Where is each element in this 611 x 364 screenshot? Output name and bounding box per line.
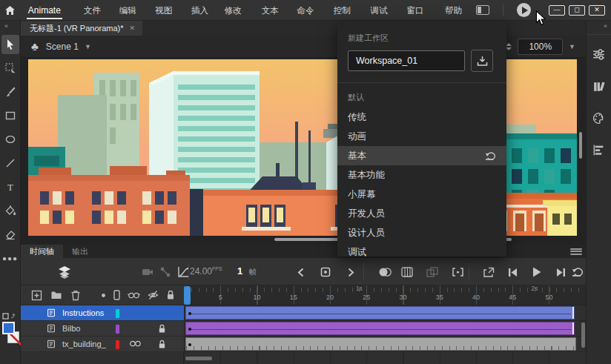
- onion-skin-outline-icon[interactable]: [400, 265, 414, 279]
- save-workspace-button[interactable]: [471, 50, 493, 72]
- color-panel-icon[interactable]: [592, 112, 605, 125]
- eraser-tool[interactable]: [1, 225, 19, 244]
- onion-skin-icon[interactable]: [378, 265, 392, 279]
- layer-row-bilbo[interactable]: Bilbo: [21, 321, 184, 337]
- menu-item[interactable]: 文本(T): [257, 0, 292, 21]
- scene-name[interactable]: Scene 1: [46, 42, 79, 52]
- hide-all-layers-icon[interactable]: [148, 290, 159, 300]
- swap-colors-icon[interactable]: [2, 311, 17, 320]
- previous-frame-icon[interactable]: [294, 265, 307, 279]
- step-back-icon[interactable]: [506, 265, 519, 279]
- workspace-item[interactable]: 传统: [337, 107, 506, 127]
- minimize-button[interactable]: —: [549, 5, 565, 16]
- advanced-layer-icon[interactable]: [129, 339, 142, 348]
- zoom-stepper[interactable]: [506, 43, 512, 50]
- layer-color-swatch[interactable]: [116, 309, 119, 318]
- frame-span-row-bilbo[interactable]: [184, 321, 586, 337]
- tab-timeline[interactable]: 时间轴: [21, 245, 63, 258]
- insert-keyframe-icon[interactable]: [319, 265, 332, 279]
- library-panel-icon[interactable]: [592, 80, 605, 93]
- workspace-item[interactable]: 调试: [337, 242, 506, 262]
- frames-vertical-scrollbar[interactable]: [581, 322, 585, 348]
- tab-output[interactable]: 输出: [63, 245, 97, 258]
- frames-horizontal-scrollbar[interactable]: [185, 357, 212, 360]
- lock-icon[interactable]: [158, 324, 166, 334]
- lock-all-layers-icon[interactable]: [166, 290, 175, 300]
- rectangle-tool[interactable]: [1, 106, 19, 125]
- close-button[interactable]: ✕: [589, 5, 605, 16]
- export-frame-icon[interactable]: [482, 265, 495, 279]
- document-tab[interactable]: 无标题-1 (VR Panorama)* ✕: [21, 21, 142, 36]
- menu-item[interactable]: 帮助(H): [440, 0, 476, 21]
- new-folder-icon[interactable]: [50, 290, 62, 300]
- static-frame-span[interactable]: [185, 337, 576, 351]
- step-forward-icon[interactable]: [554, 265, 567, 279]
- advanced-layer-icon[interactable]: [128, 291, 140, 300]
- oval-tool[interactable]: [1, 130, 19, 149]
- layer-row-instructions[interactable]: Instructions: [21, 305, 184, 321]
- menu-item[interactable]: 文件(F): [79, 0, 114, 21]
- home-button[interactable]: [0, 5, 21, 16]
- paint-bucket-tool[interactable]: [1, 201, 19, 220]
- fill-color-swatch[interactable]: [2, 322, 15, 334]
- delete-layer-icon[interactable]: [70, 290, 81, 301]
- collapse-tools-icon[interactable]: «: [0, 21, 20, 33]
- layers-stack-icon[interactable]: [58, 265, 71, 279]
- properties-panel-icon[interactable]: [592, 48, 605, 61]
- layer-parenting-icon[interactable]: [159, 265, 172, 279]
- frames-area[interactable]: 1s2s 5101520253035404550: [184, 285, 586, 364]
- layer-color-swatch[interactable]: [116, 325, 119, 334]
- more-tools-button[interactable]: ●●●: [1, 248, 19, 268]
- scene-chevron-down-icon[interactable]: ▼: [85, 43, 91, 50]
- workspace-name-input[interactable]: [348, 50, 465, 71]
- menu-item[interactable]: 窗口(W): [402, 0, 440, 21]
- loop-range-icon[interactable]: [451, 265, 464, 279]
- menu-item[interactable]: 调试(D): [365, 0, 401, 21]
- lock-icon[interactable]: [158, 340, 166, 349]
- menu-item[interactable]: 命令(C): [292, 0, 328, 21]
- next-frame-icon[interactable]: [344, 265, 357, 279]
- workspace-item[interactable]: 设计人员: [337, 223, 506, 242]
- timeline-ruler[interactable]: 1s2s 5101520253035404550: [184, 285, 586, 305]
- menu-item[interactable]: 视图(V): [150, 0, 186, 21]
- highlight-dot-icon[interactable]: [101, 293, 106, 298]
- outline-column-icon[interactable]: [113, 290, 120, 300]
- selection-tool[interactable]: [1, 35, 19, 54]
- menu-item[interactable]: 编辑(E): [114, 0, 151, 21]
- current-frame-value[interactable]: 1: [237, 265, 242, 277]
- play-button-icon[interactable]: [530, 265, 544, 279]
- menu-item[interactable]: 控制(O): [328, 0, 366, 21]
- zoom-chevron-down-icon[interactable]: ▼: [569, 43, 575, 50]
- workspace-item[interactable]: 开发人员: [337, 204, 506, 223]
- menu-item[interactable]: 修改(M): [219, 0, 256, 21]
- text-tool[interactable]: T: [1, 177, 19, 196]
- workspace-item[interactable]: 小屏幕: [337, 185, 506, 204]
- layer-color-swatch[interactable]: [116, 340, 119, 349]
- new-layer-icon[interactable]: [31, 290, 42, 301]
- workspace-layout-icon[interactable]: [476, 5, 489, 15]
- align-panel-icon[interactable]: [592, 144, 605, 156]
- test-movie-button[interactable]: [517, 3, 531, 17]
- brush-tool[interactable]: [1, 82, 19, 102]
- rewind-loop-icon[interactable]: [571, 265, 584, 279]
- layer-row-tx-building[interactable]: tx_building_: [21, 337, 184, 352]
- panel-menu-icon[interactable]: [570, 247, 582, 256]
- menu-item[interactable]: 插入(I): [186, 0, 219, 21]
- subselection-tool[interactable]: [1, 59, 19, 78]
- tween-span[interactable]: [185, 306, 575, 320]
- workspace-item[interactable]: 动画: [337, 127, 506, 146]
- frame-span-row-instructions[interactable]: [184, 305, 586, 321]
- workspace-item[interactable]: 基本功能: [337, 165, 506, 185]
- collapse-dock-icon[interactable]: «: [587, 21, 611, 35]
- edit-multiple-frames-icon[interactable]: [426, 265, 439, 279]
- maximize-button[interactable]: ◻: [569, 5, 585, 16]
- close-tab-icon[interactable]: ✕: [130, 24, 136, 32]
- fps-value[interactable]: 24.00FPS: [190, 266, 222, 277]
- frame-span-row-tx-building[interactable]: [184, 337, 586, 352]
- line-tool[interactable]: [1, 153, 19, 173]
- tween-span[interactable]: [185, 322, 575, 335]
- reset-workspace-icon[interactable]: [485, 151, 496, 161]
- app-menu-animate[interactable]: Animate: [21, 0, 68, 21]
- workspace-item[interactable]: 基本: [337, 146, 506, 165]
- camera-icon[interactable]: [141, 265, 154, 279]
